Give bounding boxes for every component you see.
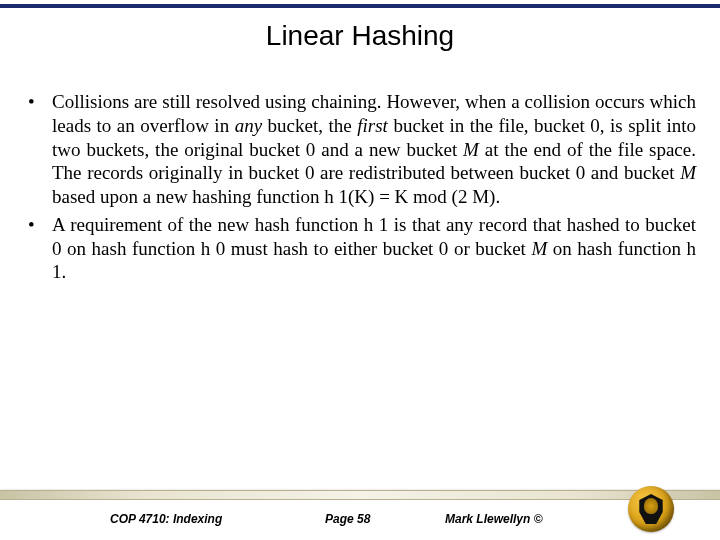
bullet-text: Collisions are still resolved using chai… (52, 90, 696, 209)
italic-run: M (463, 139, 479, 160)
italic-run: any (235, 115, 262, 136)
footer-course: COP 4710: Indexing (110, 512, 222, 526)
italic-run: M (680, 162, 696, 183)
footer-page: Page 58 (325, 512, 370, 526)
footer-area: COP 4710: Indexing Page 58 Mark Llewelly… (0, 490, 720, 540)
slide-title: Linear Hashing (0, 20, 720, 52)
footer: COP 4710: Indexing Page 58 Mark Llewelly… (0, 500, 720, 540)
bullet-item: • A requirement of the new hash function… (28, 213, 696, 284)
italic-run: M (531, 238, 547, 259)
slide: Linear Hashing • Collisions are still re… (0, 0, 720, 540)
top-rule (0, 4, 720, 8)
text-run: bucket, the (262, 115, 357, 136)
pegasus-shield-icon (638, 494, 664, 524)
slide-body: • Collisions are still resolved using ch… (28, 90, 696, 288)
bullet-marker: • (28, 90, 52, 209)
footer-author: Mark Llewellyn © (445, 512, 543, 526)
text-run: based upon a new hashing function h 1(K)… (52, 186, 500, 207)
bullet-item: • Collisions are still resolved using ch… (28, 90, 696, 209)
bullet-text: A requirement of the new hash function h… (52, 213, 696, 284)
footer-gradient-bar (0, 490, 720, 500)
italic-run: first (357, 115, 388, 136)
ucf-logo-icon (628, 486, 674, 532)
bullet-marker: • (28, 213, 52, 284)
